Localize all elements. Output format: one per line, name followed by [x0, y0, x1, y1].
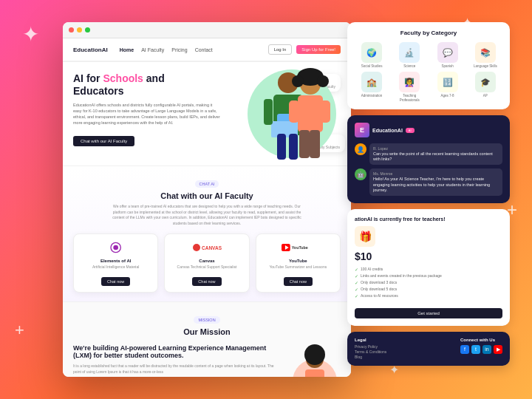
chat-message-ai: 🤖 Ms. Monroe Hello! As your AI Science T…	[355, 168, 502, 195]
nav-actions: Log In Sign Up for Free!	[268, 44, 341, 55]
hero-title-part2: and	[143, 72, 165, 84]
hero-title-part1: AI for	[73, 72, 103, 84]
faculty-category-card: Faculty by Category 🌍 Social Studies 🔬 S…	[347, 22, 510, 109]
category-icon-language: 📚	[475, 42, 496, 63]
mission-badge: MISSION	[194, 316, 219, 324]
hero-cta-button[interactable]: Chat with our AI Faculty	[73, 136, 134, 146]
hero-description: EducationAI offers schools and districts…	[73, 102, 220, 126]
category-name-teaching: Teaching Professionals	[392, 94, 426, 102]
price-features-list: 100 AI credits Links and events created …	[355, 266, 502, 299]
youtube-icon[interactable]: ▶	[494, 345, 502, 354]
partner-name-canvas: Canvas	[171, 259, 242, 263]
browser-minimize-btn[interactable]	[77, 27, 82, 33]
right-panel: Faculty by Category 🌍 Social Studies 🔬 S…	[347, 22, 510, 377]
footer-card: Legal Privacy Policy Terms & Conditions …	[347, 332, 510, 366]
nav-link-faculty[interactable]: AI Faculty	[141, 47, 164, 52]
partner-name-youtube: YouTube	[262, 259, 334, 263]
browser-maximize-btn[interactable]	[85, 27, 90, 33]
ai-msg-bubble: Ms. Monroe Hello! As your AI Science Tea…	[369, 168, 502, 195]
category-item-teaching[interactable]: 👩‍🏫 Teaching Professionals	[392, 72, 426, 102]
pricing-card: ationAI is currently free for teachers! …	[347, 209, 510, 326]
elements-logo	[80, 240, 151, 255]
partner-desc-elements: Artificial Intelligence Material	[80, 265, 151, 269]
chat-btn-youtube[interactable]: Chat now	[284, 277, 313, 286]
category-icon-ap: 🎓	[475, 72, 496, 92]
get-started-button[interactable]: Get started	[355, 308, 502, 318]
chat-header: E EducationAI AI	[355, 123, 502, 137]
youtube-logo: YouTube	[262, 240, 334, 255]
category-name-science: Science	[392, 64, 426, 68]
footer-link-terms[interactable]: Terms & Conditions	[355, 349, 386, 354]
mission-section: MISSION Our Mission We're building AI-po…	[63, 302, 351, 377]
login-button[interactable]: Log In	[268, 44, 293, 55]
signup-button[interactable]: Sign Up for Free!	[296, 45, 341, 54]
svg-point-11	[317, 75, 329, 87]
hero-title-line2: Educators	[73, 85, 123, 97]
category-item-ap[interactable]: 🎓 AP	[468, 72, 502, 102]
hero-title: AI for Schools and Educators	[73, 72, 220, 98]
teacher-msg-bubble: R. Lopez Can you write the point of all …	[369, 143, 502, 165]
svg-rect-15	[299, 130, 310, 158]
mission-title: Our Mission	[73, 327, 341, 336]
svg-rect-25	[305, 369, 324, 377]
svg-point-19	[193, 244, 200, 251]
svg-rect-12	[298, 95, 323, 132]
teacher-name: R. Lopez	[373, 146, 499, 151]
category-icon-teaching: 👩‍🏫	[399, 72, 420, 92]
category-item-ages[interactable]: 🔢 Ages 7-8	[431, 72, 465, 102]
partner-name-elements: Elements of AI	[80, 259, 151, 263]
category-item-spanish[interactable]: 💬 Spanish	[431, 42, 465, 68]
chat-message-teacher: 👤 R. Lopez Can you write the point of al…	[355, 143, 502, 165]
star-decoration-1: ✦	[22, 22, 39, 47]
hero-content: AI for Schools and Educators EducationAI…	[73, 72, 220, 146]
linkedin-icon[interactable]: in	[482, 345, 491, 354]
price-amount: $10	[355, 250, 502, 262]
twitter-icon[interactable]: t	[471, 345, 480, 354]
chat-btn-canvas[interactable]: Chat now	[192, 277, 221, 286]
category-item-social[interactable]: 🌍 Social Studies	[355, 42, 389, 68]
category-name-social: Social Studies	[355, 64, 389, 68]
facebook-icon[interactable]: f	[460, 345, 469, 354]
mission-person-svg	[289, 344, 341, 377]
browser-window: EducationAI Home AI Faculty Pricing Cont…	[63, 22, 351, 377]
category-item-science[interactable]: 🔬 Science	[392, 42, 426, 68]
chat-messages: 👤 R. Lopez Can you write the point of al…	[355, 143, 502, 196]
footer-link-privacy[interactable]: Privacy Policy	[355, 344, 386, 349]
mission-subtitle: We're building AI-powered Learning Exper…	[73, 344, 282, 359]
footer-legal-title: Legal	[355, 338, 386, 342]
partner-desc-canvas: Canvas Technical Support Specialist	[171, 265, 242, 269]
nav-logo: EducationAI	[73, 47, 108, 53]
category-icon-admin: 🏫	[361, 72, 382, 92]
partner-desc-youtube: YouTube Summarizer and Lessons	[262, 265, 334, 269]
browser-close-btn[interactable]	[69, 27, 74, 33]
partner-card-elements: Elements of AI Artificial Intelligence M…	[73, 233, 158, 293]
chat-btn-elements[interactable]: Chat now	[101, 277, 130, 286]
nav-link-home[interactable]: Home	[120, 47, 134, 52]
svg-rect-13	[289, 100, 299, 123]
nav-link-contact[interactable]: Contact	[195, 47, 213, 52]
footer-link-blog[interactable]: Blog	[355, 355, 386, 359]
svg-rect-14	[320, 100, 330, 123]
category-item-language[interactable]: 📚 Language Skills	[468, 42, 502, 68]
hero-people-illustration	[233, 62, 351, 166]
category-icon-ages: 🔢	[437, 72, 458, 92]
footer-legal-col: Legal Privacy Policy Terms & Conditions …	[355, 338, 386, 360]
ai-name: Ms. Monroe	[373, 171, 499, 176]
canvas-logo: CANVAS	[171, 240, 242, 255]
faculty-section-desc: We offer a team of pre-trained AI educat…	[111, 204, 303, 226]
category-item-admin[interactable]: 🏫 Administration	[355, 72, 389, 102]
ai-avatar: 🤖	[355, 168, 366, 180]
svg-point-26	[304, 344, 325, 365]
svg-rect-6	[277, 134, 286, 160]
svg-point-18	[113, 245, 118, 250]
feature-5: Access to AI resources	[355, 293, 502, 299]
partner-card-canvas: CANVAS Canvas Canvas Technical Support S…	[164, 233, 249, 293]
category-name-spanish: Spanish	[431, 64, 465, 68]
pricing-icon: 🎁	[355, 226, 375, 247]
svg-rect-4	[264, 99, 273, 125]
partner-cards: Elements of AI Artificial Intelligence M…	[73, 233, 341, 293]
nav-link-pricing[interactable]: Pricing	[171, 47, 187, 52]
svg-text:YouTube: YouTube	[292, 245, 308, 250]
faculty-section-title: Chat with our AI Faculty	[73, 191, 341, 200]
hero-title-highlight: Schools	[103, 72, 143, 84]
